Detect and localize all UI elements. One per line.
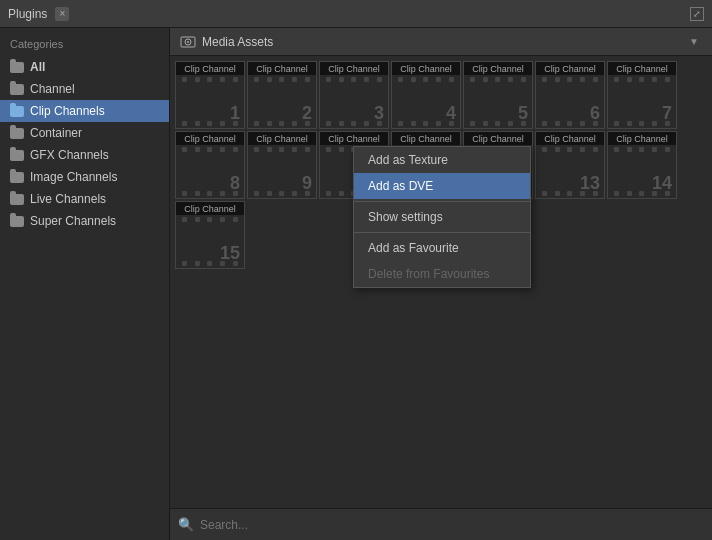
sidebar-item-image-channels[interactable]: Image Channels: [0, 166, 169, 188]
folder-icon: [10, 128, 24, 139]
filmstrip: 8: [176, 145, 244, 198]
clip-channel-label: Clip Channel: [608, 62, 676, 75]
clip-channel-label: Clip Channel: [464, 132, 532, 145]
clip-channel-item[interactable]: Clip Channel9: [247, 131, 317, 199]
expand-button[interactable]: ⤢: [690, 7, 704, 21]
channel-number: 3: [374, 103, 384, 124]
clip-channel-item[interactable]: Clip Channel7: [607, 61, 677, 129]
top-bar: Media Assets ▼: [170, 28, 712, 56]
sidebar-item-super-channels[interactable]: Super Channels: [0, 210, 169, 232]
context-menu-item-show-settings[interactable]: Show settings: [354, 204, 530, 230]
clip-channel-label: Clip Channel: [320, 132, 388, 145]
clip-channel-label: Clip Channel: [392, 62, 460, 75]
channel-number: 8: [230, 173, 240, 194]
channel-number: 4: [446, 103, 456, 124]
sidebar-item-channel[interactable]: Channel: [0, 78, 169, 100]
clip-channel-label: Clip Channel: [536, 132, 604, 145]
clip-channel-item[interactable]: Clip Channel15: [175, 201, 245, 269]
clip-channel-item[interactable]: Clip Channel2: [247, 61, 317, 129]
folder-icon: [10, 62, 24, 73]
channel-number: 7: [662, 103, 672, 124]
close-button[interactable]: ×: [55, 7, 69, 21]
filmstrip: 1: [176, 75, 244, 128]
clip-channel-item[interactable]: Clip Channel14: [607, 131, 677, 199]
folder-icon: [10, 216, 24, 227]
folder-icon: [10, 150, 24, 161]
sidebar-item-label: Image Channels: [30, 170, 117, 184]
sidebar-item-label: Channel: [30, 82, 75, 96]
sidebar-item-label: Clip Channels: [30, 104, 105, 118]
sidebar-items: AllChannelClip ChannelsContainerGFX Chan…: [0, 56, 169, 232]
title-bar-label: Plugins: [8, 7, 47, 21]
clip-channel-label: Clip Channel: [320, 62, 388, 75]
clip-channel-label: Clip Channel: [176, 132, 244, 145]
sidebar-item-label: Live Channels: [30, 192, 106, 206]
search-input[interactable]: [200, 518, 704, 532]
clip-channel-item[interactable]: Clip Channel13: [535, 131, 605, 199]
sidebar-item-label: GFX Channels: [30, 148, 109, 162]
filmstrip: 15: [176, 215, 244, 268]
channel-number: 15: [220, 243, 240, 264]
clip-channel-item[interactable]: Clip Channel5: [463, 61, 533, 129]
channel-number: 1: [230, 103, 240, 124]
main-layout: Categories AllChannelClip ChannelsContai…: [0, 28, 712, 540]
sidebar-item-clip-channels[interactable]: Clip Channels: [0, 100, 169, 122]
folder-icon: [10, 194, 24, 205]
sidebar-item-container[interactable]: Container: [0, 122, 169, 144]
clip-channel-label: Clip Channel: [176, 62, 244, 75]
search-icon: 🔍: [178, 517, 194, 532]
filmstrip: 2: [248, 75, 316, 128]
context-menu-item-add-favourite[interactable]: Add as Favourite: [354, 235, 530, 261]
context-menu: Add as TextureAdd as DVEShow settingsAdd…: [353, 146, 531, 288]
clip-channel-item[interactable]: Clip Channel8: [175, 131, 245, 199]
context-menu-item-delete-favourite: Delete from Favourites: [354, 261, 530, 287]
channel-number: 9: [302, 173, 312, 194]
filmstrip: 7: [608, 75, 676, 128]
context-menu-item-add-texture[interactable]: Add as Texture: [354, 147, 530, 173]
clip-channel-label: Clip Channel: [248, 132, 316, 145]
filmstrip: 9: [248, 145, 316, 198]
context-menu-divider: [354, 232, 530, 233]
filmstrip: 3: [320, 75, 388, 128]
sidebar-item-gfx-channels[interactable]: GFX Channels: [0, 144, 169, 166]
folder-icon: [10, 172, 24, 183]
channel-number: 5: [518, 103, 528, 124]
filmstrip: 5: [464, 75, 532, 128]
expand-controls: ⤢: [690, 7, 704, 21]
filmstrip: 14: [608, 145, 676, 198]
sidebar-item-all[interactable]: All: [0, 56, 169, 78]
sidebar-title: Categories: [0, 36, 169, 56]
context-menu-divider: [354, 201, 530, 202]
media-assets-icon: [180, 34, 196, 50]
grid-row: Clip Channel1Clip Channel2Clip Channel3C…: [174, 60, 708, 130]
channel-number: 6: [590, 103, 600, 124]
clip-channel-label: Clip Channel: [248, 62, 316, 75]
clip-channel-item[interactable]: Clip Channel4: [391, 61, 461, 129]
top-bar-dropdown[interactable]: ▼: [686, 34, 702, 50]
clip-channel-item[interactable]: Clip Channel1: [175, 61, 245, 129]
filmstrip: 4: [392, 75, 460, 128]
filmstrip: 13: [536, 145, 604, 198]
folder-icon: [10, 84, 24, 95]
sidebar-item-label: All: [30, 60, 45, 74]
sidebar-item-label: Super Channels: [30, 214, 116, 228]
channel-number: 2: [302, 103, 312, 124]
sidebar: Categories AllChannelClip ChannelsContai…: [0, 28, 170, 540]
clip-channel-label: Clip Channel: [392, 132, 460, 145]
clip-channel-item[interactable]: Clip Channel6: [535, 61, 605, 129]
top-bar-title: Media Assets: [202, 35, 686, 49]
filmstrip: 6: [536, 75, 604, 128]
sidebar-item-live-channels[interactable]: Live Channels: [0, 188, 169, 210]
clip-channel-label: Clip Channel: [464, 62, 532, 75]
clip-channel-label: Clip Channel: [176, 202, 244, 215]
folder-icon: [10, 106, 24, 117]
title-bar: Plugins × ⤢: [0, 0, 712, 28]
svg-point-2: [187, 41, 189, 43]
clip-channel-label: Clip Channel: [608, 132, 676, 145]
clip-channel-label: Clip Channel: [536, 62, 604, 75]
context-menu-item-add-dvd[interactable]: Add as DVE: [354, 173, 530, 199]
channel-number: 13: [580, 173, 600, 194]
channel-number: 14: [652, 173, 672, 194]
right-panel: Media Assets ▼ Clip Channel1Clip Channel…: [170, 28, 712, 540]
clip-channel-item[interactable]: Clip Channel3: [319, 61, 389, 129]
